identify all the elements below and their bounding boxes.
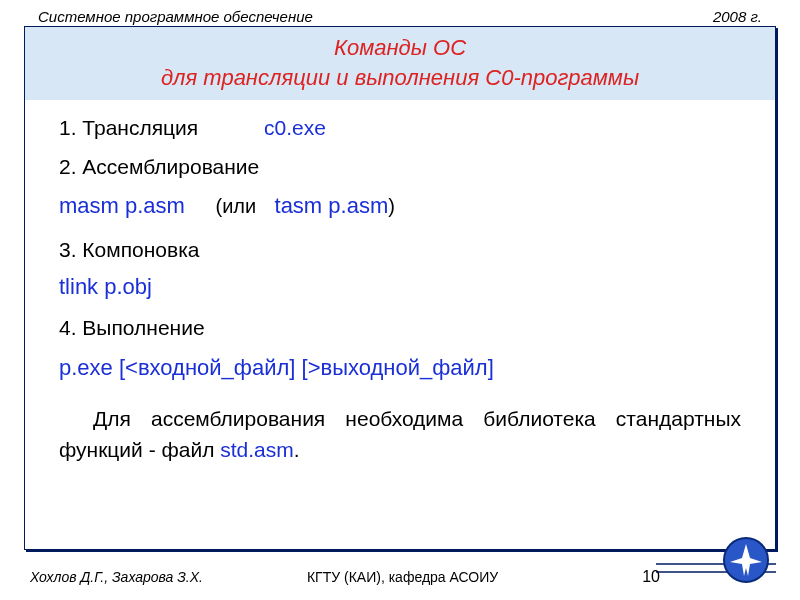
- or-open: (или: [215, 195, 256, 217]
- step-4-command: p.exe [<входной_файл] [>выходной_файл]: [59, 351, 741, 385]
- title-line-1: Команды ОС: [35, 33, 765, 63]
- note-paragraph: Для ассемблирования необходима библиотек…: [59, 403, 741, 466]
- slide-title: Команды ОС для трансляции и выполнения С…: [25, 27, 775, 100]
- title-line-2: для трансляции и выполнения С0-программы: [35, 63, 765, 93]
- page-footer: Хохлов Д.Г., Захарова З.Х. КГТУ (КАИ), к…: [30, 568, 770, 586]
- note-text: Для ассемблирования необходима библиотек…: [59, 407, 741, 462]
- note-text-end: .: [294, 438, 300, 461]
- step-2-label: 2. Ассемблирование: [59, 151, 741, 184]
- step-3-command: tlink p.obj: [59, 270, 741, 304]
- page-header: Системное программное обеспечение 2008 г…: [0, 0, 800, 29]
- slide-frame: Команды ОС для трансляции и выполнения С…: [24, 26, 776, 550]
- std-asm-file: std.asm: [220, 438, 294, 461]
- step-1: 1. Трансляция c0.exe: [59, 112, 741, 145]
- step-2-command-line: masm p.asm (или tasm p.asm): [59, 189, 741, 223]
- step-4-label: 4. Выполнение: [59, 312, 741, 345]
- or-close: ): [388, 195, 395, 217]
- step-3-label: 3. Компоновка: [59, 234, 741, 267]
- tasm-command: tasm p.asm: [275, 193, 389, 218]
- step-1-command: c0.exe: [264, 116, 326, 139]
- footer-org: КГТУ (КАИ), кафедра АСОИУ: [163, 569, 642, 585]
- footer-page-number: 10: [642, 568, 660, 586]
- header-subject: Системное программное обеспечение: [38, 8, 313, 25]
- step-1-label: 1. Трансляция: [59, 116, 198, 139]
- masm-command: masm p.asm: [59, 193, 185, 218]
- slide-content: 1. Трансляция c0.exe 2. Ассемблирование …: [25, 100, 775, 473]
- header-year: 2008 г.: [713, 8, 762, 25]
